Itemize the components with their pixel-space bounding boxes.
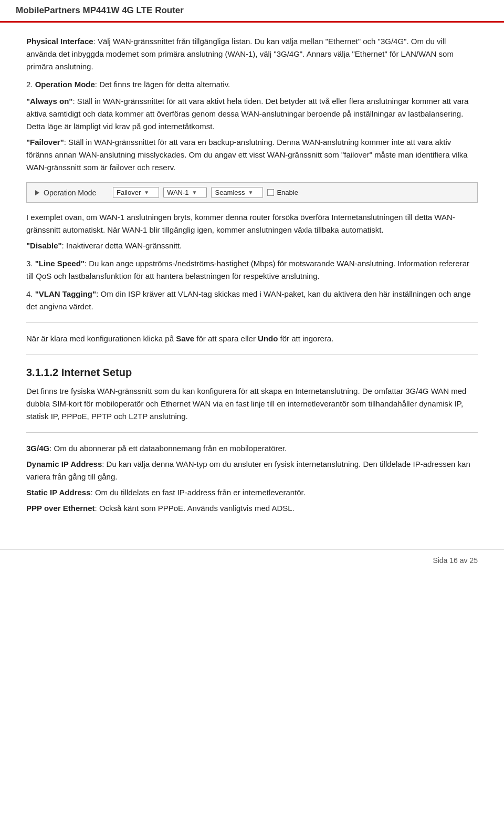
paragraph-physical-interface: Physical Interface: Välj WAN-gränssnitte… — [26, 35, 478, 73]
panel-label: Operation Mode — [35, 189, 109, 197]
panel-label-text: Operation Mode — [44, 189, 96, 197]
always-on-paragraph: "Always on": Ställ in WAN-gränssnittet f… — [26, 95, 478, 133]
example-paragraph: I exemplet ovan, om WAN-1 anslutningen b… — [26, 211, 478, 236]
subsection-ppp-bold: PPP over Ethernet — [26, 504, 95, 513]
header-title: MobilePartners MP441W 4G LTE Router — [16, 5, 184, 15]
save-note-text3: för att ingorera. — [278, 334, 333, 343]
item2-bold: Operation Mode — [35, 80, 95, 89]
failover-dropdown[interactable]: Failover ▼ — [113, 187, 159, 198]
subsection-3g-bold: 3G/4G — [26, 444, 49, 453]
save-note-bold2: Undo — [258, 334, 278, 343]
item4-num: 4. — [26, 289, 33, 298]
item3-bold: "Line Speed" — [35, 259, 85, 268]
enable-label-text: Enable — [277, 189, 298, 196]
subsection-static: Static IP Address: Om du tilldelats en f… — [26, 486, 478, 499]
failover-bold: "Failover" — [26, 138, 64, 147]
save-note-text1: När är klara med konfigurationen klicka … — [26, 334, 176, 343]
item2-text: : Det finns tre lägen för detta alternat… — [95, 80, 230, 89]
footer-text: Sida 16 av 25 — [433, 556, 478, 565]
wan1-dropdown-value: WAN-1 — [167, 189, 188, 196]
subsection-dynamic: Dynamic IP Address: Du kan välja denna W… — [26, 458, 478, 483]
item2-num: 2. — [26, 80, 33, 89]
subsection-static-text: : Om du tilldelats en fast IP-address fr… — [91, 488, 306, 497]
subsection-ppp: PPP over Ethernet: Också känt som PPPoE.… — [26, 502, 478, 515]
p1-label: Physical Interface: Välj WAN-gränssnitte… — [26, 37, 454, 71]
item3-num: 3. — [26, 259, 33, 268]
enable-checkbox[interactable] — [267, 189, 274, 196]
item3-text: : Du kan ange uppströms-/nedströms-hasti… — [26, 259, 469, 280]
disable-bold: "Disable" — [26, 241, 62, 250]
failover-dropdown-value: Failover — [117, 189, 141, 196]
save-note: När är klara med konfigurationen klicka … — [26, 332, 478, 345]
section-divider — [26, 322, 478, 323]
seamless-dropdown[interactable]: Seamless ▼ — [211, 187, 263, 198]
page-header: MobilePartners MP441W 4G LTE Router — [0, 0, 504, 23]
save-note-text2: för att spara eller — [194, 334, 258, 343]
subsection-3g-text: : Om du abonnerar på ett dataabonnemang … — [49, 444, 287, 453]
section-divider2 — [26, 355, 478, 355]
always-on-bold: "Always on" — [26, 97, 72, 106]
section-heading-internet-setup: 3.1.1.2 Internet Setup — [26, 367, 478, 379]
dropdown3-arrow-icon: ▼ — [248, 190, 254, 195]
enable-checkbox-label[interactable]: Enable — [267, 189, 298, 196]
always-on-text: : Ställ in WAN-gränssnittet för att vara… — [26, 97, 468, 131]
save-note-bold1: Save — [176, 334, 194, 343]
disable-paragraph: "Disable": Inaktiverar detta WAN-gränssn… — [26, 239, 478, 252]
item2-operation-mode: 2. Operation Mode: Det finns tre lägen f… — [26, 78, 478, 91]
section-intro: Det finns tre fysiska WAN-gränssnitt som… — [26, 385, 478, 423]
item4-vlan-tagging: 4. "VLAN Tagging": Om din ISP kräver att… — [26, 288, 478, 313]
example-text: I exemplet ovan, om WAN-1 anslutningen b… — [26, 213, 455, 234]
failover-text: : Ställ in WAN-gränssnittet för att vara… — [26, 138, 468, 172]
failover-paragraph: "Failover": Ställ in WAN-gränssnittet fö… — [26, 136, 478, 174]
seamless-dropdown-value: Seamless — [215, 189, 245, 196]
operation-mode-panel: Operation Mode Failover ▼ WAN-1 ▼ Seamle… — [26, 182, 478, 203]
dropdown2-arrow-icon: ▼ — [192, 190, 197, 195]
expand-triangle-icon — [35, 190, 39, 195]
dropdown1-arrow-icon: ▼ — [144, 190, 149, 195]
subsection-3g: 3G/4G: Om du abonnerar på ett dataabonne… — [26, 442, 478, 455]
disable-text: : Inaktiverar detta WAN-gränssnitt. — [62, 241, 182, 250]
section-divider3 — [26, 432, 478, 433]
wan1-dropdown[interactable]: WAN-1 ▼ — [163, 187, 207, 198]
subsection-ppp-text: : Också känt som PPPoE. Används vanligtv… — [95, 504, 295, 513]
item3-line-speed: 3. "Line Speed": Du kan ange uppströms-/… — [26, 257, 478, 283]
subsection-dynamic-bold: Dynamic IP Address — [26, 460, 102, 468]
page-footer: Sida 16 av 25 — [0, 549, 504, 571]
item4-bold: "VLAN Tagging" — [35, 289, 96, 298]
subsection-static-bold: Static IP Address — [26, 488, 91, 497]
